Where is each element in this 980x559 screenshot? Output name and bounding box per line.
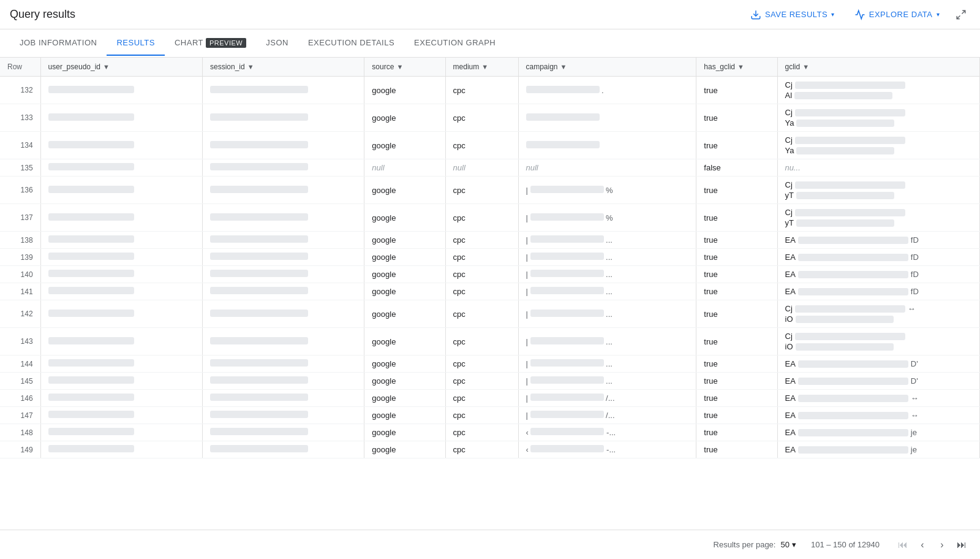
tab-execution-details[interactable]: EXECUTION DETAILS [298,31,404,56]
tab-results[interactable]: RESULTS [107,31,165,56]
col-header-gclid[interactable]: gclid ▼ [777,58,980,77]
tab-bar: JOB INFORMATION RESULTS CHART PREVIEW JS… [0,29,980,58]
table-row: 146█████████████████████████████████████… [0,390,980,407]
svg-line-1 [962,10,965,13]
table-row: 145█████████████████████████████████████… [0,373,980,390]
table-row: 141█████████████████████████████████████… [0,283,980,300]
page-title: Query results [10,8,75,21]
col-header-has-gclid[interactable]: has_gclid ▼ [696,58,777,77]
header-actions: SAVE RESULTS ▾ EXPLORE DATA ▾ [743,6,970,24]
col-header-user-pseudo-id[interactable]: user_pseudo_id ▼ [40,58,202,77]
col-header-session-id[interactable]: session_id ▼ [202,58,364,77]
tab-execution-graph[interactable]: EXECUTION GRAPH [404,31,505,56]
table-row: 133█████████████████████████████████████… [0,104,980,132]
sort-icon-gclid: ▼ [802,63,809,70]
col-header-source[interactable]: source ▼ [364,58,445,77]
sort-icon-session-id: ▼ [247,63,254,70]
results-table: Row user_pseudo_id ▼ session_id ▼ [0,58,980,458]
tab-job-information[interactable]: JOB INFORMATION [10,31,107,56]
table-row: 138█████████████████████████████████████… [0,232,980,249]
save-results-chevron: ▾ [831,11,835,18]
table-row: 132█████████████████████████████████████… [0,77,980,104]
sort-icon-campaign: ▼ [560,63,567,70]
expand-button[interactable] [952,6,970,24]
table-row: 136█████████████████████████████████████… [0,177,980,204]
table-row: 144█████████████████████████████████████… [0,356,980,373]
sort-icon-source: ▼ [396,63,403,70]
sort-icon-user-pseudo-id: ▼ [103,63,110,70]
col-header-campaign[interactable]: campaign ▼ [518,58,696,77]
table-row: 142█████████████████████████████████████… [0,300,980,328]
col-header-medium[interactable]: medium ▼ [445,58,518,77]
page-header: Query results SAVE RESULTS ▾ EXPLORE DAT… [0,0,980,29]
preview-badge: PREVIEW [206,38,246,48]
table-row: 147█████████████████████████████████████… [0,407,980,424]
table-row: 143█████████████████████████████████████… [0,328,980,356]
table-row: 135█████████████████████████████████████… [0,159,980,177]
save-icon [750,9,761,20]
results-table-container[interactable]: Row user_pseudo_id ▼ session_id ▼ [0,58,980,530]
svg-line-2 [957,15,960,18]
table-row: 139█████████████████████████████████████… [0,249,980,266]
table-row: 140█████████████████████████████████████… [0,266,980,283]
sort-icon-has-gclid: ▼ [737,63,744,70]
table-row: 148█████████████████████████████████████… [0,424,980,441]
table-row: 149█████████████████████████████████████… [0,441,980,458]
tab-chart-preview[interactable]: CHART PREVIEW [165,31,256,56]
expand-icon [956,9,967,20]
table-row: 134█████████████████████████████████████… [0,132,980,159]
explore-data-chevron: ▾ [937,11,940,18]
tab-json[interactable]: JSON [256,31,298,56]
explore-data-button[interactable]: EXPLORE DATA ▾ [847,6,947,24]
explore-icon [854,9,865,20]
table-row: 137█████████████████████████████████████… [0,204,980,232]
col-header-row: Row [0,58,40,77]
sort-icon-medium: ▼ [481,63,488,70]
save-results-button[interactable]: SAVE RESULTS ▾ [743,6,842,24]
table-header-row: Row user_pseudo_id ▼ session_id ▼ [0,58,980,77]
